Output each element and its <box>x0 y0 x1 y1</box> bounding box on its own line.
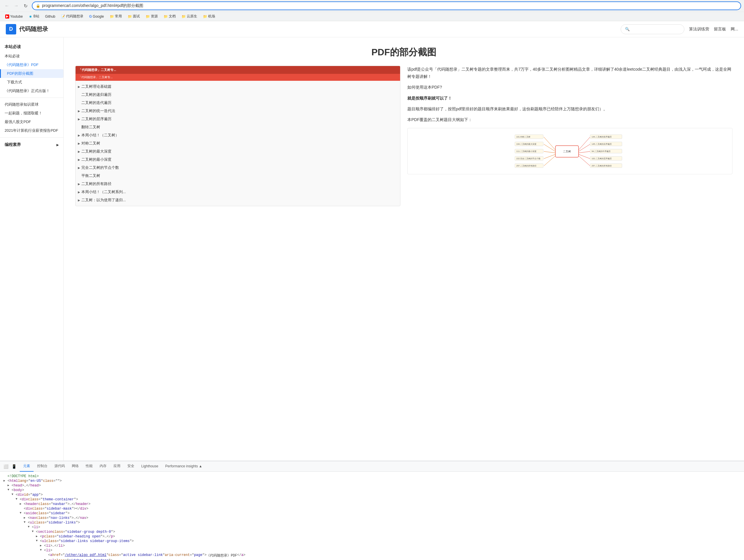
header-nav-guestbook[interactable]: 留言板 <box>714 27 726 32</box>
devtools-tab-lighthouse[interactable]: Lighthouse <box>138 461 162 472</box>
toggle-body[interactable] <box>7 488 11 491</box>
bookmark-interview[interactable]: 📁 面试 <box>125 13 142 20</box>
devtools-tab-perf-insights[interactable]: Performance insights ▲ <box>162 461 206 472</box>
toggle-ul-sidebar[interactable] <box>24 521 28 524</box>
toggle-header[interactable] <box>20 502 24 506</box>
bookmark-dailycode[interactable]: 📝 代码随想录 <box>59 13 86 20</box>
toc-item-13[interactable]: ▶ 本周小结！（二叉树系列... <box>78 188 398 196</box>
toggle-aside[interactable] <box>20 511 24 515</box>
code-line-doctype[interactable]: <!DOCTYPE html> <box>3 474 741 479</box>
code-line-html[interactable]: <html lang="en-US" class=" "> <box>3 479 741 483</box>
svg-text:二叉树: 二叉树 <box>563 150 571 153</box>
toc-item-12[interactable]: ▶ 二叉树的所有路径 <box>78 180 398 188</box>
devtools-tab-sources[interactable]: 源代码 <box>51 461 68 472</box>
code-line-header[interactable]: <header class="navbar"> … </header> <box>3 502 741 507</box>
devtools-tab-performance[interactable]: 性能 <box>82 461 96 472</box>
forward-button[interactable]: → <box>12 2 20 10</box>
toggle-li-item2[interactable] <box>40 549 44 552</box>
devtools-tab-application[interactable]: 应用 <box>110 461 124 472</box>
description-para1: 该pdf是公众号「代码随想录」二叉树专题的文章整理而来，共7万字，40多张二叉树… <box>407 66 733 80</box>
toc-item-8[interactable]: ▶ 二叉树的最大深度 <box>78 147 398 155</box>
bookmark-resources[interactable]: 📁 资源 <box>143 13 160 20</box>
header-nav-more[interactable]: 网... <box>731 27 738 32</box>
code-line-nav[interactable]: <nav class="nav-links"> … </nav> <box>3 516 741 520</box>
code-line-head[interactable]: <head> … </head> <box>3 483 741 488</box>
description-para3: 就是按顺序刷就可以了！ <box>407 96 452 101</box>
toc-item-11[interactable]: 平衡二叉树 <box>78 172 398 180</box>
header-nav-training[interactable]: 算法训练营 <box>689 27 709 32</box>
toc-arrow-10: ▶ <box>78 166 80 170</box>
code-line-ul-group-items[interactable]: <ul class="sidebar-links sidebar-group-i… <box>3 539 741 544</box>
bookmark-docs[interactable]: 📁 文档 <box>161 13 178 20</box>
svg-line-19 <box>544 151 556 153</box>
toggle-head[interactable] <box>7 484 11 487</box>
devtools-device-btn[interactable]: 📱 <box>10 463 17 470</box>
devtools-inspect-btn[interactable]: ⬜ <box>2 463 9 470</box>
sidebar-item-knowledge-planet[interactable]: 代码随想录知识星球 <box>0 100 63 109</box>
devtools-tab-security[interactable]: 安全 <box>124 461 138 472</box>
code-line-a-tag[interactable]: <a href="/other/algo_pdf.html" class="ac… <box>3 553 741 558</box>
toggle-ul-sub-headers[interactable] <box>44 559 48 560</box>
toc-item-6[interactable]: ▶ 本周小结！（二叉树） <box>78 131 398 139</box>
code-line-p-heading[interactable]: <p class="sidebar-heading open"> … </p> <box>3 534 741 539</box>
bookmark-cloud[interactable]: 📁 云原生 <box>179 13 199 20</box>
code-line-body[interactable]: <body> <box>3 488 741 492</box>
bookmark-macos[interactable]: 📁 机场 <box>200 13 217 20</box>
bookmark-bilibili[interactable]: ◉ B站 <box>26 13 42 20</box>
sidebar-item-download[interactable]: 下载方式 <box>0 78 63 86</box>
code-line-div-theme[interactable]: <div class="theme-container"> <box>3 497 741 502</box>
sidebar-item-essential-read[interactable]: 本站必读 <box>0 52 63 61</box>
toggle-nav[interactable] <box>24 516 28 519</box>
code-line-li-item2[interactable]: <li> <box>3 548 741 553</box>
bookmark-macos-label: 机场 <box>208 14 215 19</box>
sidebar-item-team-up[interactable]: 一起刷题，报团取暖！ <box>0 109 63 118</box>
header-search-box[interactable]: 🔍 <box>621 24 684 34</box>
toggle-html[interactable] <box>3 479 7 482</box>
sidebar-item-salary-report[interactable]: 2021年计算机行业薪资报告PDF <box>0 126 63 135</box>
devtools-tab-console[interactable]: 控制台 <box>34 461 51 472</box>
svg-line-5 <box>579 154 590 159</box>
bookmarks-bar: ▶ Youtube ◉ B站 Github 📝 代码随想录 G Google 📁… <box>0 11 744 21</box>
devtools-tab-elements[interactable]: 元素 <box>20 461 34 472</box>
code-line-div-app[interactable]: <div id="app"> <box>3 492 741 497</box>
devtools-tab-memory[interactable]: 内存 <box>96 461 110 472</box>
toc-item-10[interactable]: ▶ 完全二叉树的节点个数 <box>78 163 398 172</box>
toc-item-2[interactable]: 二叉树的迭代遍历 <box>78 99 398 107</box>
reload-button[interactable]: ↻ <box>22 2 30 10</box>
toc-item-7[interactable]: ▶ 对称二叉树 <box>78 139 398 147</box>
toggle-ul-group-items[interactable] <box>36 539 40 542</box>
sidebar-item-algo-pdf[interactable]: 《代码随想录》PDF <box>0 61 63 69</box>
toc-item-9[interactable]: ▶ 二叉树的最小深度 <box>78 155 398 163</box>
bookmark-github[interactable]: Github <box>43 14 58 19</box>
code-line-li-item1[interactable]: <li> … </li> <box>3 544 741 548</box>
toggle-li1[interactable] <box>28 525 32 528</box>
toggle-section[interactable] <box>32 530 36 533</box>
toc-item-4[interactable]: ▶ 二叉树的层序遍历 <box>78 115 398 123</box>
code-line-ul-sidebar[interactable]: <ul class="sidebar-links"> <box>3 520 741 525</box>
toggle-li-item1[interactable] <box>40 544 44 547</box>
bookmark-google[interactable]: G Google <box>87 14 106 19</box>
back-button[interactable]: ← <box>3 2 11 10</box>
toggle-p-heading[interactable] <box>36 534 40 538</box>
address-bar[interactable]: 🔒 programmercarl.com/other/algo_pdf.html… <box>32 1 741 10</box>
bookmark-youtube[interactable]: ▶ Youtube <box>3 14 25 19</box>
code-line-aside[interactable]: <aside class="sidebar"> <box>3 511 741 516</box>
toc-item-5[interactable]: 翻转二叉树 <box>78 123 398 131</box>
toc-item-0[interactable]: ▶ 二叉树理论基础篇 <box>78 82 398 90</box>
code-line-sidebar-mask[interactable]: <div class="sidebar-mask"></div> <box>3 507 741 511</box>
sidebar-item-stock-pdf[interactable]: 最强八股文PDF <box>0 118 63 126</box>
bookmark-common[interactable]: 📁 常用 <box>107 13 124 20</box>
toc-item-3[interactable]: ▶ 二叉树的统一迭代法 <box>78 107 398 115</box>
code-line-section[interactable]: <section class="sidebar-group depth-0"> <box>3 530 741 534</box>
sidebar-item-official[interactable]: 《代码随想录》正式出版！ <box>0 86 63 95</box>
code-line-ul-sub-headers[interactable]: <ul class="sidebar-sub-headers"> <box>3 558 741 560</box>
toggle-div-app[interactable] <box>11 493 15 496</box>
toc-item-1[interactable]: 二叉树的递归遍历 <box>78 90 398 99</box>
sidebar-item-pdf-preview[interactable]: PDF的部分截图 <box>0 69 63 78</box>
toggle-div-theme[interactable] <box>15 497 20 501</box>
code-line-li1[interactable]: <li> <box>3 525 741 530</box>
toc-item-14[interactable]: ▶ 二叉树：以为使用了递归... <box>78 196 398 204</box>
sidebar-section-programming[interactable]: 编程素养 ▶ <box>0 140 63 150</box>
devtools-tab-network[interactable]: 网络 <box>68 461 82 472</box>
bookmark-github-label: Github <box>45 14 55 18</box>
